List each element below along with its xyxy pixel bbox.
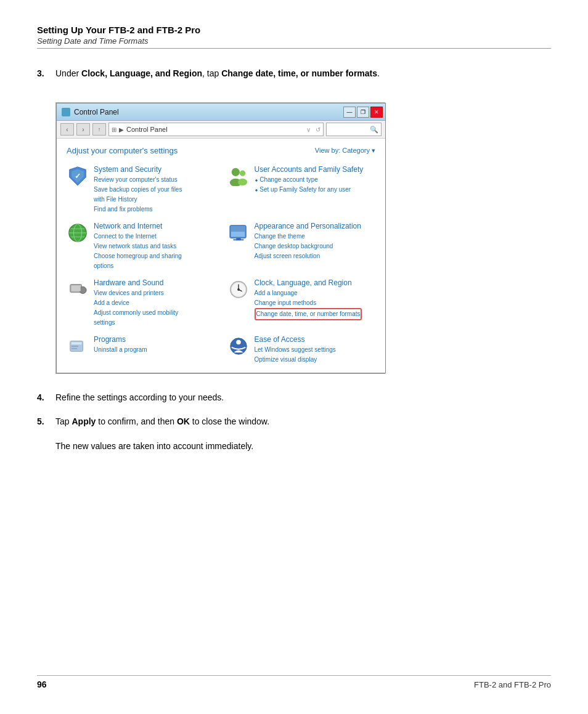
- network-title[interactable]: Network and Internet: [94, 222, 182, 230]
- section-subtitle: Setting Date and Time Formats: [37, 36, 551, 46]
- optimize-visual-link[interactable]: Optimize visual display: [255, 355, 336, 365]
- hardware-links: View devices and printers Add a device A…: [94, 288, 178, 328]
- forward-button[interactable]: ›: [76, 123, 90, 136]
- toolbar: ‹ › ↑ ⊞ ▶ Control Panel ∨ ↺ 🔍: [57, 121, 385, 139]
- connect-internet-link[interactable]: Connect to the Internet: [94, 232, 182, 241]
- homegroup-link[interactable]: Choose homegroup and sharing: [94, 251, 182, 261]
- hardware-icon: [67, 278, 89, 301]
- change-account-link[interactable]: ⬥ Change account type: [255, 175, 364, 185]
- step-5-text: Tap Apply to confirm, and then OK to clo…: [55, 415, 269, 428]
- search-icon: 🔍: [370, 126, 378, 134]
- svg-rect-19: [71, 285, 81, 291]
- step-3-number: 3.: [37, 68, 49, 78]
- page-header: Setting Up Your FTB-2 and FTB-2 Pro Sett…: [37, 25, 551, 49]
- svg-rect-26: [71, 342, 82, 344]
- ease-title[interactable]: Ease of Access: [255, 335, 336, 344]
- step-4-number: 4.: [37, 392, 49, 402]
- view-by-value[interactable]: Category ▾: [342, 147, 375, 154]
- network-status-link[interactable]: View network status and tasks: [94, 241, 182, 251]
- cp-items-grid: ✓ System and Security Review your comput…: [67, 165, 375, 365]
- system-security-links: Review your computer's status Save backu…: [94, 175, 182, 214]
- system-security-title[interactable]: System and Security: [94, 165, 182, 174]
- system-security-icon: ✓: [67, 165, 89, 187]
- cp-item-programs: Programs Uninstall a program: [67, 335, 215, 365]
- highlight-wrapper: Change date, time, or number formats: [255, 310, 362, 317]
- window-controls[interactable]: — ❐ ✕: [343, 107, 383, 118]
- closing-paragraph: The new values are taken into account im…: [55, 439, 551, 453]
- address-bar[interactable]: ⊞ ▶ Control Panel ∨ ↺: [108, 123, 324, 136]
- step-4-text: Refine the settings according to your ne…: [55, 391, 224, 404]
- uninstall-link[interactable]: Uninstall a program: [94, 345, 147, 355]
- network-links: Connect to the Internet View network sta…: [94, 232, 182, 271]
- programs-icon: [67, 335, 89, 357]
- ease-icon: [227, 335, 250, 357]
- header-divider: [37, 48, 551, 49]
- svg-rect-28: [71, 348, 77, 349]
- hardware-title[interactable]: Hardware and Sound: [94, 278, 178, 287]
- appearance-links: Change the theme Change desktop backgrou…: [255, 232, 361, 261]
- ease-text: Ease of Access Let Windows suggest setti…: [255, 335, 336, 365]
- svg-point-24: [237, 288, 240, 291]
- svg-point-6: [238, 179, 247, 185]
- programs-text: Programs Uninstall a program: [94, 335, 147, 355]
- change-date-link[interactable]: Change date, time, or number formats: [256, 309, 361, 319]
- programs-title[interactable]: Programs: [94, 335, 147, 344]
- mobility-link[interactable]: Adjust commonly used mobility: [94, 308, 178, 318]
- view-by[interactable]: View by: Category ▾: [315, 147, 375, 155]
- backup-link[interactable]: Save backup copies of your files: [94, 185, 182, 195]
- clock-title[interactable]: Clock, Language, and Region: [255, 278, 362, 287]
- cp-item-network: Network and Internet Connect to the Inte…: [67, 222, 215, 271]
- svg-point-3: [231, 168, 239, 176]
- restore-button[interactable]: ❐: [357, 107, 369, 118]
- user-accounts-text: User Accounts and Family Safety ⬥ Change…: [255, 165, 364, 195]
- cp-item-hardware: Hardware and Sound View devices and prin…: [67, 278, 215, 328]
- step-3-bold2: Change date, time, or number formats: [221, 68, 377, 78]
- step-3-text: Under Clock, Language, and Region, tap C…: [55, 67, 380, 80]
- close-button[interactable]: ✕: [370, 107, 383, 118]
- user-accounts-links: ⬥ Change account type ⬥ Set up Family Sa…: [255, 175, 364, 195]
- svg-rect-16: [233, 239, 243, 240]
- titlebar-left: Control Panel: [62, 108, 119, 116]
- cp-window-icon: [62, 108, 70, 116]
- control-panel-window: Control Panel — ❐ ✕ ‹ › ↑ ⊞ ▶ Control Pa…: [56, 103, 386, 373]
- clock-icon: [227, 278, 250, 301]
- homegroup-link2[interactable]: options: [94, 261, 182, 271]
- network-icon: [67, 222, 89, 244]
- backup-link2[interactable]: with File History: [94, 195, 182, 205]
- fix-problems-link[interactable]: Find and fix problems: [94, 205, 182, 214]
- cp-content-header: Adjust your computer's settings View by:…: [67, 146, 375, 155]
- address-text: Control Panel: [126, 126, 168, 133]
- adjust-settings-text: Adjust your computer's settings: [67, 146, 178, 155]
- appearance-text: Appearance and Personalization Change th…: [255, 222, 361, 261]
- view-devices-link[interactable]: View devices and printers: [94, 288, 178, 298]
- cp-item-appearance: Appearance and Personalization Change th…: [227, 222, 376, 271]
- up-button[interactable]: ↑: [92, 123, 106, 136]
- cp-content: Adjust your computer's settings View by:…: [57, 139, 385, 373]
- change-theme-link[interactable]: Change the theme: [255, 232, 361, 241]
- user-accounts-icon: [227, 165, 250, 187]
- review-status-link[interactable]: Review your computer's status: [94, 175, 182, 185]
- view-by-label: View by:: [315, 147, 342, 154]
- minimize-button[interactable]: —: [343, 107, 356, 118]
- system-security-text: System and Security Review your computer…: [94, 165, 182, 214]
- clock-links: Add a language Change input methods Chan…: [255, 288, 362, 320]
- page-number: 96: [37, 680, 47, 689]
- change-input-link[interactable]: Change input methods: [255, 298, 362, 308]
- desktop-bg-link[interactable]: Change desktop background: [255, 241, 361, 251]
- family-safety-link[interactable]: ⬥ Set up Family Safety for any user: [255, 185, 364, 195]
- search-bar[interactable]: 🔍: [326, 123, 382, 136]
- user-accounts-title[interactable]: User Accounts and Family Safety: [255, 165, 364, 174]
- hardware-text: Hardware and Sound View devices and prin…: [94, 278, 178, 328]
- add-device-link[interactable]: Add a device: [94, 298, 178, 308]
- clock-text: Clock, Language, and Region Add a langua…: [255, 278, 362, 320]
- windows-suggest-link[interactable]: Let Windows suggest settings: [255, 345, 336, 355]
- appearance-title[interactable]: Appearance and Personalization: [255, 222, 361, 230]
- step-5-number: 5.: [37, 416, 49, 426]
- screen-res-link[interactable]: Adjust screen resolution: [255, 251, 361, 261]
- back-button[interactable]: ‹: [60, 123, 74, 136]
- add-language-link[interactable]: Add a language: [255, 288, 362, 298]
- step-5-bold1: Apply: [71, 416, 96, 426]
- cp-item-clock: Clock, Language, and Region Add a langua…: [227, 278, 376, 328]
- mobility-link2[interactable]: settings: [94, 318, 178, 328]
- programs-links: Uninstall a program: [94, 345, 147, 355]
